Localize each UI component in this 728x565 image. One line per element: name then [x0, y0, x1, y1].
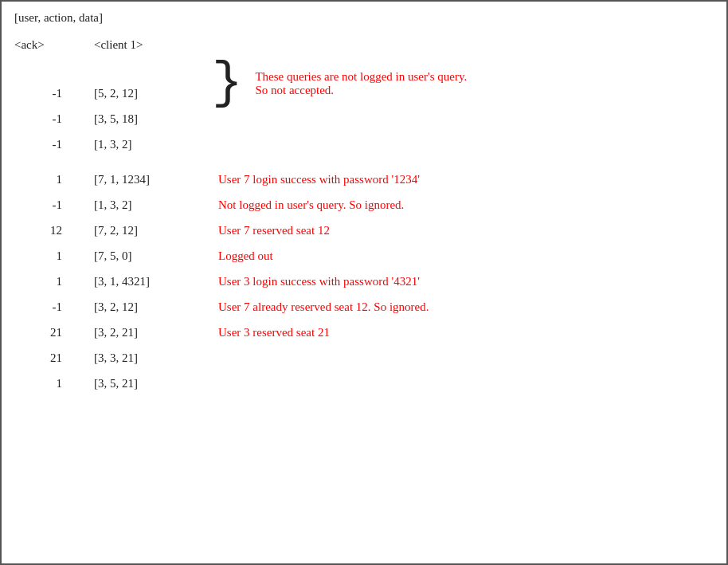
query-brace-2: [1, 3, 2]	[78, 138, 205, 151]
brace-and-comment: } These queries are not logged in user's…	[205, 58, 467, 109]
ack-brace-1: -1	[14, 112, 78, 126]
brace-comment-block: These queries are not logged in user's q…	[249, 58, 467, 109]
query-value: [3, 2, 21]	[78, 326, 205, 339]
ack-value: 1	[14, 173, 78, 186]
brace-row-1: -1 [3, 5, 18]	[14, 112, 714, 135]
brace-row-0: -1 [5, 2, 12] } These queries are not lo…	[14, 58, 714, 109]
header-label: [user, action, data]	[14, 11, 103, 24]
right-brace-icon: }	[212, 58, 242, 109]
query-value: [1, 3, 2]	[78, 198, 205, 212]
column-headers: <ack> <client 1>	[14, 38, 714, 52]
comment-value: User 7 reserved seat 12	[205, 224, 714, 237]
brace-row-2: -1 [1, 3, 2]	[14, 138, 714, 160]
table-row: 1 [3, 5, 21]	[14, 377, 714, 399]
comment-value: User 7 login success with password '1234…	[205, 173, 714, 186]
ack-value: -1	[14, 198, 78, 212]
query-value: [7, 2, 12]	[78, 224, 205, 237]
table-row: 1 [3, 1, 4321] User 3 login success with…	[14, 275, 714, 297]
ack-value: 12	[14, 224, 78, 237]
brace-comment-line2: So not accepted.	[249, 84, 467, 97]
query-value: [7, 5, 0]	[78, 249, 205, 263]
query-brace-1: [3, 5, 18]	[78, 112, 205, 126]
table-row: -1 [3, 2, 12] User 7 already reserved se…	[14, 300, 714, 323]
comment-value: User 3 login success with password '4321…	[205, 275, 714, 288]
ack-brace-2: -1	[14, 138, 78, 151]
table-row: 1 [7, 5, 0] Logged out	[14, 249, 714, 272]
table-row: 21 [3, 2, 21] User 3 reserved seat 21	[14, 326, 714, 348]
query-value: [7, 1, 1234]	[78, 173, 205, 186]
query-brace-0: [5, 2, 12]	[78, 87, 205, 100]
comment-value: User 7 already reserved seat 12. So igno…	[205, 300, 714, 314]
comment-value: Not logged in user's query. So ignored.	[205, 198, 714, 212]
ack-value: 21	[14, 326, 78, 339]
query-value: [3, 2, 12]	[78, 300, 205, 314]
header-row: [user, action, data]	[14, 11, 714, 26]
ack-value: -1	[14, 300, 78, 314]
ack-column-header: <ack>	[14, 38, 78, 52]
ack-value: 21	[14, 351, 78, 365]
ack-value: 1	[14, 249, 78, 263]
brace-comment-line1: These queries are not logged in user's q…	[249, 70, 467, 84]
comment-value: User 3 reserved seat 21	[205, 326, 714, 339]
client-column-header: <client 1>	[78, 38, 205, 52]
table-row: -1 [1, 3, 2] Not logged in user's query.…	[14, 198, 714, 221]
data-rows: -1 [5, 2, 12] } These queries are not lo…	[14, 58, 714, 399]
ack-value: 1	[14, 377, 78, 390]
query-value: [3, 3, 21]	[78, 351, 205, 365]
query-value: [3, 5, 21]	[78, 377, 205, 390]
ack-brace-0: -1	[14, 87, 78, 100]
main-container: [user, action, data] <ack> <client 1> -1…	[0, 0, 728, 565]
query-value: [3, 1, 4321]	[78, 275, 205, 288]
comment-value: Logged out	[205, 249, 714, 263]
table-row: 12 [7, 2, 12] User 7 reserved seat 12	[14, 224, 714, 246]
ack-value: 1	[14, 275, 78, 288]
table-row: 21 [3, 3, 21]	[14, 351, 714, 374]
table-row: 1 [7, 1, 1234] User 7 login success with…	[14, 173, 714, 195]
